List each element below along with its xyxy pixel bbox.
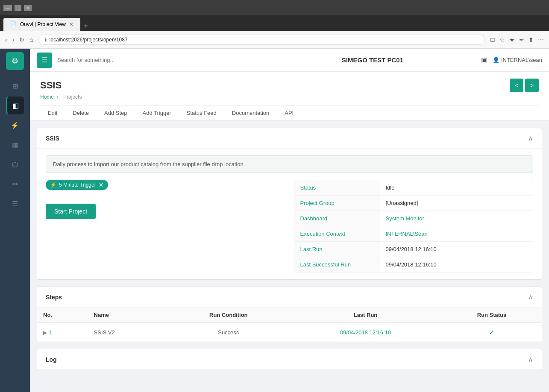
- action-tabs: Edit Delete Add Step Add Trigger Status …: [40, 105, 539, 120]
- breadcrumb-home[interactable]: Home: [40, 94, 54, 100]
- back-button[interactable]: ‹: [5, 36, 7, 43]
- info-row-dashboard: Dashboard System Monitor: [294, 211, 533, 226]
- context-link[interactable]: INTERNAL\Sean: [386, 231, 428, 237]
- new-tab-button[interactable]: +: [80, 22, 92, 31]
- layers-icon: ◧: [12, 102, 19, 110]
- group-label: Project Group: [294, 196, 380, 211]
- steps-header-row: No. Name Run Condition Last Run Run Stat…: [37, 307, 542, 323]
- step-run-status-cell: ✓: [442, 323, 542, 342]
- bookmark-icon[interactable]: ☆: [499, 36, 505, 43]
- steps-collapse-button[interactable]: ∧: [528, 293, 533, 301]
- pen-icon: ✏: [12, 180, 18, 188]
- logo-icon: ⚙: [12, 56, 18, 66]
- tab-documentation[interactable]: Documentation: [224, 105, 277, 120]
- sidebar-item-list[interactable]: ☰: [6, 195, 24, 213]
- log-collapse-button[interactable]: ∧: [528, 355, 533, 363]
- active-tab[interactable]: 📄 Ouvvi | Project View ✕: [3, 18, 80, 31]
- share-icon[interactable]: ⬆: [528, 36, 534, 43]
- expand-icon[interactable]: ▶: [43, 330, 47, 336]
- reader-icon[interactable]: ⊟: [490, 36, 495, 43]
- tab-edit[interactable]: Edit: [40, 105, 65, 120]
- tab-delete[interactable]: Delete: [65, 105, 97, 120]
- share-icon: ⬡: [12, 161, 18, 169]
- log-card: Log ∧: [37, 349, 542, 370]
- url-text: localhost:2026/projects/open/1087: [50, 37, 128, 43]
- col-run-condition: Run Condition: [167, 307, 289, 323]
- tab-favicon: 📄: [10, 21, 17, 27]
- sidebar-item-layers[interactable]: ◧: [6, 97, 24, 114]
- forward-button[interactable]: ›: [12, 36, 15, 43]
- col-run-status: Run Status: [442, 307, 542, 323]
- steps-table: No. Name Run Condition Last Run Run Stat…: [37, 307, 542, 342]
- app-logo: ⚙: [6, 52, 24, 70]
- tab-close-button[interactable]: ✕: [69, 21, 73, 27]
- info-row-group: Project Group [Unassigned]: [294, 196, 533, 211]
- search-input[interactable]: [57, 57, 264, 63]
- tab-add-trigger[interactable]: Add Trigger: [135, 105, 179, 120]
- breadcrumb: Home / Projects: [40, 94, 539, 100]
- minimize-button[interactable]: —: [3, 5, 12, 11]
- prev-button[interactable]: <: [510, 79, 523, 92]
- tab-add-step[interactable]: Add Step: [97, 105, 135, 120]
- menu-button[interactable]: ☰: [37, 53, 52, 68]
- dashboard-value: System Monitor: [380, 211, 533, 226]
- browser-chrome: — □ ✕: [0, 0, 549, 15]
- monitor-icon[interactable]: ▣: [481, 56, 487, 64]
- project-collapse-button[interactable]: ∧: [528, 134, 533, 142]
- user-badge: 👤 INTERNAL\sean: [493, 57, 542, 63]
- dashboard-link[interactable]: System Monitor: [386, 215, 424, 222]
- last-run-label: Last Run: [294, 242, 380, 257]
- top-nav-right: ▣ 👤 INTERNAL\sean: [481, 56, 542, 64]
- step-no: ▶ 1: [43, 329, 82, 336]
- grid-icon: ⊞: [12, 82, 18, 90]
- browser-actions: ⊟ ☆ ★ ✒ ⬆ ⋯: [490, 36, 544, 43]
- url-field[interactable]: ℹ localhost:2026/projects/open/1087: [38, 35, 485, 45]
- sidebar-item-lightning[interactable]: ⚡: [6, 116, 24, 134]
- col-last-run: Last Run: [289, 307, 442, 323]
- lightning-icon: ⚡: [11, 121, 19, 129]
- favorites-icon[interactable]: ★: [509, 36, 515, 43]
- trigger-remove-button[interactable]: ✕: [99, 181, 104, 188]
- step-last-run-link[interactable]: 09/04/2018 12:16:10: [340, 329, 391, 336]
- step-last-run-cell: 09/04/2018 12:16:10: [289, 323, 442, 342]
- reload-button[interactable]: ↻: [19, 36, 24, 43]
- close-button[interactable]: ✕: [24, 5, 32, 11]
- steps-table-header: No. Name Run Condition Last Run Run Stat…: [37, 307, 542, 323]
- col-name: Name: [88, 307, 168, 323]
- last-success-label: Last Successful Run: [294, 257, 380, 272]
- project-card-title: SSIS: [46, 135, 59, 142]
- top-nav: ☰ SIMEGO TEST PC01 ▣ 👤 INTERNAL\sean: [30, 49, 549, 72]
- project-description: Daily process to import our product cata…: [46, 155, 533, 173]
- tab-label: Ouvvi | Project View: [20, 21, 66, 27]
- start-project-button[interactable]: Start Project: [46, 204, 96, 219]
- more-icon[interactable]: ⋯: [538, 36, 544, 43]
- user-icon: 👤: [493, 57, 499, 63]
- sidebar-item-share[interactable]: ⬡: [6, 155, 24, 173]
- context-label: Execution Context: [294, 226, 380, 241]
- maximize-button[interactable]: □: [15, 5, 21, 11]
- main-content: ☰ SIMEGO TEST PC01 ▣ 👤 INTERNAL\sean SSI…: [30, 49, 549, 392]
- info-row-last-success: Last Successful Run 09/04/2018 12:16:10: [294, 257, 533, 272]
- info-row-status: Status Idle: [294, 180, 533, 196]
- pen-icon[interactable]: ✒: [519, 36, 524, 43]
- sidebar-item-chart[interactable]: ▦: [6, 136, 24, 154]
- tab-api[interactable]: API: [277, 105, 301, 120]
- table-row: ▶ 1 SSIS V2 Success: [37, 323, 542, 342]
- chart-icon: ▦: [12, 141, 18, 149]
- sidebar-item-pen[interactable]: ✏: [6, 175, 24, 193]
- next-button[interactable]: >: [525, 79, 539, 92]
- log-card-title: Log: [46, 356, 57, 363]
- sidebar-item-grid[interactable]: ⊞: [6, 77, 24, 95]
- project-card-body: Daily process to import our product cata…: [37, 149, 542, 279]
- user-label: INTERNAL\sean: [501, 57, 542, 63]
- trigger-lightning-icon: ⚡: [50, 182, 56, 188]
- trigger-label: 5 Minute Trigger: [59, 182, 96, 188]
- group-value: [Unassigned]: [380, 196, 533, 211]
- step-no-link[interactable]: 1: [49, 329, 52, 336]
- breadcrumb-separator: /: [57, 94, 58, 100]
- home-button[interactable]: ⌂: [29, 36, 33, 43]
- project-card: SSIS ∧ Daily process to import our produ…: [37, 128, 542, 280]
- trigger-badge: ⚡ 5 Minute Trigger ✕: [46, 180, 108, 190]
- tab-status-feed[interactable]: Status Feed: [179, 105, 224, 120]
- app-container: ⚙ ⊞ ◧ ⚡ ▦ ⬡ ✏ ☰ ☰ SIMEGO TEST PC01: [0, 49, 549, 392]
